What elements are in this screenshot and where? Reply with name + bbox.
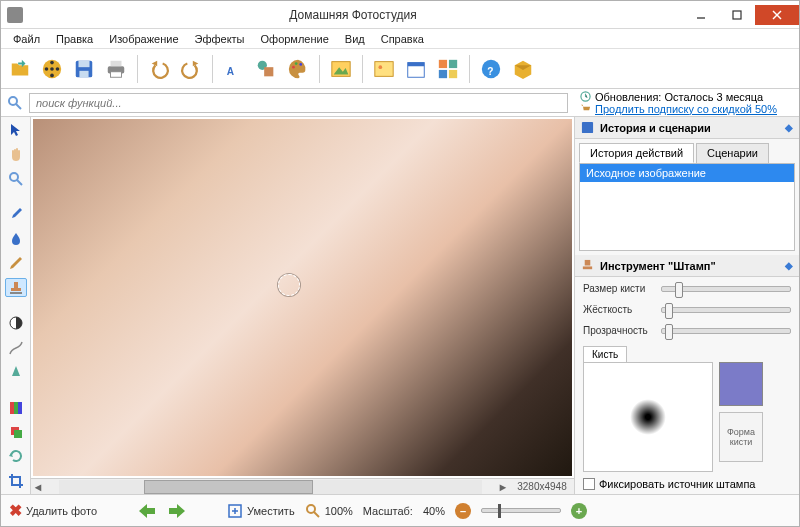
tool-pencil[interactable] (5, 254, 27, 272)
tool-hand[interactable] (5, 145, 27, 163)
close-button[interactable] (755, 5, 799, 25)
zoom-100-button[interactable]: 100% (305, 503, 353, 519)
tool-sharpen[interactable] (5, 363, 27, 381)
menu-decorate[interactable]: Оформление (253, 31, 337, 47)
zoom-100-icon (305, 503, 321, 519)
history-icon (581, 121, 594, 134)
titlebar: Домашняя Фотостудия (1, 1, 799, 29)
search-input[interactable] (29, 93, 568, 113)
tool-layers[interactable] (5, 423, 27, 441)
history-item[interactable]: Исходное изображение (580, 164, 794, 182)
svg-rect-15 (111, 71, 122, 77)
svg-rect-43 (11, 288, 21, 291)
brush-size-label: Размер кисти (583, 283, 655, 294)
tool-curves[interactable] (5, 339, 27, 357)
help-button[interactable]: ? (476, 54, 506, 84)
fit-label: Уместить (247, 505, 295, 517)
scale-value: 40% (423, 505, 445, 517)
main-toolbar: A ? (1, 49, 799, 89)
menu-view[interactable]: Вид (337, 31, 373, 47)
text-button[interactable]: A (219, 54, 249, 84)
menu-edit[interactable]: Правка (48, 31, 101, 47)
history-panel-title: История и сценарии (600, 122, 711, 134)
image1-button[interactable] (326, 54, 356, 84)
cart-icon (580, 103, 591, 114)
film-button[interactable] (37, 54, 67, 84)
svg-point-7 (56, 67, 60, 71)
svg-rect-14 (111, 60, 122, 66)
undo-button[interactable] (144, 54, 174, 84)
zoom-slider[interactable] (481, 508, 561, 513)
tool-drop[interactable] (5, 230, 27, 248)
main-area: ◄ ► 3280x4948 История и сценарии ◆ Истор… (1, 117, 799, 494)
next-photo-button[interactable] (167, 502, 189, 520)
opacity-slider[interactable] (661, 328, 791, 334)
history-tabs: История действий Сценарии (579, 143, 795, 163)
minimize-button[interactable] (683, 5, 719, 25)
history-panel-header: История и сценарии ◆ (575, 117, 799, 139)
zoom-in-button[interactable]: + (571, 503, 587, 519)
tool-rotate[interactable] (5, 447, 27, 465)
tool-pointer[interactable] (5, 121, 27, 139)
horizontal-scrollbar[interactable]: ◄ ► 3280x4948 (31, 478, 574, 494)
search-row: Обновления: Осталось 3 месяца Продлить п… (1, 89, 799, 117)
tab-history[interactable]: История действий (579, 143, 694, 163)
zoom-out-button[interactable]: – (455, 503, 471, 519)
svg-point-5 (50, 67, 54, 71)
collapse-icon[interactable]: ◆ (785, 260, 793, 271)
fit-button[interactable]: Уместить (227, 503, 295, 519)
hardness-slider[interactable] (661, 307, 791, 313)
brush-shape-button[interactable]: Форма кисти (719, 412, 763, 462)
extend-subscription-link[interactable]: Продлить подписку со скидкой 50% (595, 103, 777, 115)
svg-rect-34 (449, 69, 457, 77)
menu-image[interactable]: Изображение (101, 31, 186, 47)
canvas[interactable] (33, 119, 572, 476)
svg-rect-51 (582, 122, 593, 133)
svg-rect-42 (14, 282, 18, 288)
prev-photo-button[interactable] (135, 502, 157, 520)
fix-source-checkbox[interactable] (583, 478, 595, 490)
svg-rect-47 (14, 402, 18, 414)
svg-line-41 (17, 180, 22, 185)
svg-rect-27 (408, 62, 425, 66)
scroll-left-arrow[interactable]: ◄ (31, 480, 45, 494)
shapes-button[interactable] (251, 54, 281, 84)
svg-line-56 (314, 512, 319, 517)
menu-file[interactable]: Файл (5, 31, 48, 47)
tool-rgb[interactable] (5, 398, 27, 416)
menu-help[interactable]: Справка (373, 31, 432, 47)
scale-readout: Масштаб: 40% (363, 505, 445, 517)
svg-rect-46 (10, 402, 14, 414)
svg-rect-1 (733, 11, 741, 19)
svg-point-21 (299, 63, 302, 66)
clock-icon (580, 91, 591, 102)
tool-zoom[interactable] (5, 170, 27, 188)
tool-stamp[interactable] (5, 278, 27, 297)
palette-button[interactable] (283, 54, 313, 84)
image2-button[interactable] (369, 54, 399, 84)
collage-button[interactable] (433, 54, 463, 84)
history-list[interactable]: Исходное изображение (579, 163, 795, 251)
maximize-button[interactable] (719, 5, 755, 25)
redo-button[interactable] (176, 54, 206, 84)
save-button[interactable] (69, 54, 99, 84)
brush-size-slider[interactable] (661, 286, 791, 292)
box-button[interactable] (508, 54, 538, 84)
scroll-thumb[interactable] (144, 480, 313, 494)
brush-tab[interactable]: Кисть (583, 346, 627, 362)
delete-photo-button[interactable]: ✖ Удалить фото (9, 501, 97, 520)
scroll-right-arrow[interactable]: ► (496, 480, 510, 494)
color-swatch[interactable] (719, 362, 763, 406)
collapse-icon[interactable]: ◆ (785, 122, 793, 133)
menu-effects[interactable]: Эффекты (187, 31, 253, 47)
tab-scenarios[interactable]: Сценарии (696, 143, 769, 163)
svg-rect-24 (375, 61, 393, 76)
print-button[interactable] (101, 54, 131, 84)
updates-info: Обновления: Осталось 3 месяца Продлить п… (574, 89, 799, 116)
calendar-button[interactable] (401, 54, 431, 84)
open-button[interactable] (5, 54, 35, 84)
tool-crop[interactable] (5, 472, 27, 490)
tool-contrast[interactable] (5, 314, 27, 332)
svg-point-9 (45, 67, 49, 71)
tool-brush[interactable] (5, 205, 27, 223)
